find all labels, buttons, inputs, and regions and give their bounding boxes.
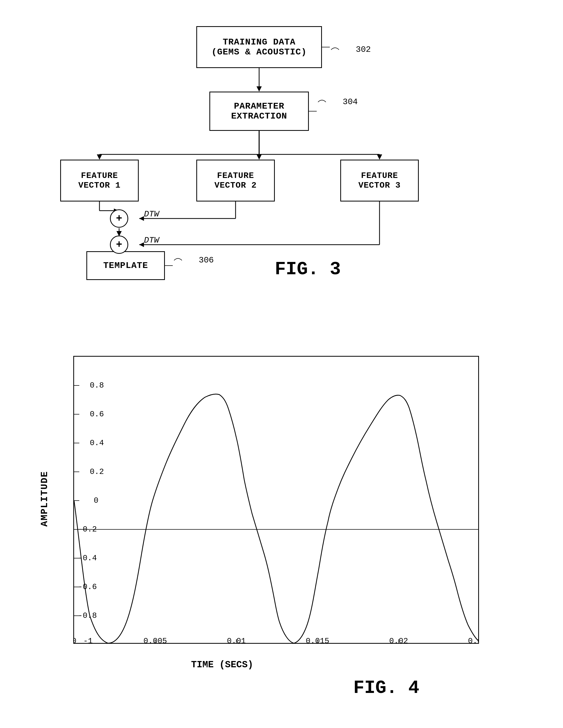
- svg-text:-0.8: -0.8: [78, 611, 97, 620]
- circle-plus-2: +: [110, 236, 128, 254]
- svg-marker-17: [139, 216, 144, 221]
- svg-text:-0.6: -0.6: [78, 583, 97, 591]
- fig4-title: FIG. 4: [353, 678, 419, 698]
- svg-text:0.6: 0.6: [90, 410, 104, 419]
- fig3-diagram: TRAINING DATA (GEMS & ACOUSTIC) PARAMETE…: [39, 16, 523, 304]
- svg-marker-20: [139, 242, 144, 247]
- svg-text:0.4: 0.4: [90, 439, 104, 447]
- svg-marker-1: [257, 86, 262, 92]
- page: TRAINING DATA (GEMS & ACOUSTIC) PARAMETE…: [0, 0, 563, 728]
- svg-marker-7: [257, 154, 262, 160]
- svg-text:0.005: 0.005: [143, 637, 167, 644]
- svg-marker-5: [97, 154, 102, 160]
- template-box: TEMPLATE: [86, 251, 165, 280]
- fig4-chart: AMPLITUDE: [39, 335, 523, 701]
- svg-text:-1: -1: [83, 637, 93, 644]
- waveform-svg: 0.8 0.6 0.4 0.2 0 -0.2 -0.4 -0.6 -0.8 -1: [74, 357, 479, 644]
- ref-304-label: 304: [317, 97, 358, 107]
- svg-text:0.015: 0.015: [306, 637, 329, 644]
- svg-text:0.01: 0.01: [227, 637, 246, 644]
- training-data-box: TRAINING DATA (GEMS & ACOUSTIC): [196, 26, 322, 68]
- svg-text:0.2: 0.2: [90, 467, 104, 476]
- svg-text:0: 0: [74, 637, 76, 644]
- svg-text:0: 0: [94, 496, 98, 505]
- circle-plus-1: +: [110, 209, 128, 228]
- y-axis-label: AMPLITUDE: [39, 471, 50, 527]
- dtw2-label: DTW: [144, 236, 159, 245]
- ref-306-label: 306: [173, 255, 214, 266]
- svg-text:0.8: 0.8: [90, 381, 104, 390]
- dtw1-label: DTW: [144, 209, 159, 219]
- svg-text:-0.2: -0.2: [78, 525, 97, 534]
- fig3-title: FIG. 3: [275, 259, 341, 280]
- parameter-extraction-box: PARAMETER EXTRACTION: [209, 92, 309, 131]
- x-axis-label: TIME (SECS): [191, 659, 253, 670]
- feature-vector-3-box: FEATURE VECTOR 3: [340, 160, 419, 201]
- svg-text:0.02: 0.02: [389, 637, 408, 644]
- feature-vector-1-box: FEATURE VECTOR 1: [60, 160, 139, 201]
- ref-302-label: 302: [330, 44, 371, 55]
- svg-marker-11: [377, 154, 382, 160]
- feature-vector-2-box: FEATURE VECTOR 2: [196, 160, 275, 201]
- chart-area: 0.8 0.6 0.4 0.2 0 -0.2 -0.4 -0.6 -0.8 -1: [73, 356, 479, 644]
